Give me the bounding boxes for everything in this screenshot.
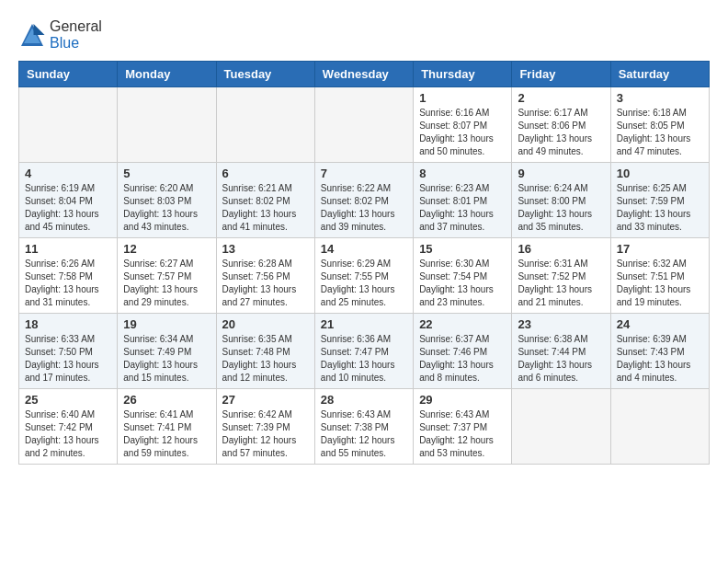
calendar-cell: 18Sunrise: 6:33 AM Sunset: 7:50 PM Dayli…	[19, 314, 118, 389]
day-info: Sunrise: 6:33 AM Sunset: 7:50 PM Dayligh…	[25, 333, 111, 385]
calendar-cell: 12Sunrise: 6:27 AM Sunset: 7:57 PM Dayli…	[118, 238, 216, 314]
calendar-cell: 6Sunrise: 6:21 AM Sunset: 8:02 PM Daylig…	[216, 163, 314, 238]
day-number: 21	[321, 317, 407, 331]
day-info: Sunrise: 6:41 AM Sunset: 7:41 PM Dayligh…	[123, 408, 210, 460]
day-info: Sunrise: 6:35 AM Sunset: 7:48 PM Dayligh…	[222, 333, 309, 385]
calendar-cell: 11Sunrise: 6:26 AM Sunset: 7:58 PM Dayli…	[19, 238, 118, 314]
day-info: Sunrise: 6:22 AM Sunset: 8:02 PM Dayligh…	[321, 182, 407, 234]
day-number: 27	[222, 393, 309, 407]
calendar-cell: 4Sunrise: 6:19 AM Sunset: 8:04 PM Daylig…	[19, 163, 118, 238]
calendar-cell: 21Sunrise: 6:36 AM Sunset: 7:47 PM Dayli…	[314, 314, 413, 389]
logo: General Blue	[18, 18, 102, 52]
calendar-header-row: SundayMondayTuesdayWednesdayThursdayFrid…	[19, 62, 710, 87]
calendar-cell: 22Sunrise: 6:37 AM Sunset: 7:46 PM Dayli…	[414, 314, 512, 389]
calendar-cell	[118, 87, 216, 163]
week-row-2: 4Sunrise: 6:19 AM Sunset: 8:04 PM Daylig…	[19, 163, 710, 238]
calendar-cell: 26Sunrise: 6:41 AM Sunset: 7:41 PM Dayli…	[118, 389, 216, 465]
day-number: 24	[617, 317, 703, 331]
calendar-cell: 29Sunrise: 6:43 AM Sunset: 7:37 PM Dayli…	[414, 389, 512, 465]
day-info: Sunrise: 6:19 AM Sunset: 8:04 PM Dayligh…	[25, 182, 111, 234]
day-info: Sunrise: 6:42 AM Sunset: 7:39 PM Dayligh…	[222, 408, 309, 460]
day-number: 4	[25, 167, 111, 180]
day-info: Sunrise: 6:28 AM Sunset: 7:56 PM Dayligh…	[222, 258, 309, 309]
col-header-friday: Friday	[512, 62, 610, 87]
day-number: 12	[123, 242, 210, 256]
calendar-cell: 14Sunrise: 6:29 AM Sunset: 7:55 PM Dayli…	[314, 238, 413, 314]
day-info: Sunrise: 6:40 AM Sunset: 7:42 PM Dayligh…	[25, 408, 111, 460]
logo-general-text: General	[50, 18, 102, 34]
day-info: Sunrise: 6:32 AM Sunset: 7:51 PM Dayligh…	[617, 258, 703, 309]
day-number: 22	[419, 317, 506, 331]
week-row-4: 18Sunrise: 6:33 AM Sunset: 7:50 PM Dayli…	[19, 314, 710, 389]
week-row-1: 1Sunrise: 6:16 AM Sunset: 8:07 PM Daylig…	[19, 87, 710, 163]
day-number: 29	[419, 393, 506, 407]
day-number: 9	[518, 167, 604, 180]
calendar-cell: 7Sunrise: 6:22 AM Sunset: 8:02 PM Daylig…	[314, 163, 413, 238]
calendar-cell: 8Sunrise: 6:23 AM Sunset: 8:01 PM Daylig…	[414, 163, 512, 238]
day-info: Sunrise: 6:43 AM Sunset: 7:38 PM Dayligh…	[321, 408, 407, 460]
day-number: 5	[123, 167, 210, 180]
day-number: 8	[419, 167, 506, 180]
day-number: 6	[222, 167, 309, 180]
calendar-cell: 28Sunrise: 6:43 AM Sunset: 7:38 PM Dayli…	[314, 389, 413, 465]
calendar-cell: 9Sunrise: 6:24 AM Sunset: 8:00 PM Daylig…	[512, 163, 610, 238]
day-number: 17	[617, 242, 703, 256]
day-number: 15	[419, 242, 506, 256]
day-number: 16	[518, 242, 604, 256]
day-info: Sunrise: 6:39 AM Sunset: 7:43 PM Dayligh…	[617, 333, 703, 385]
col-header-thursday: Thursday	[414, 62, 512, 87]
day-info: Sunrise: 6:43 AM Sunset: 7:37 PM Dayligh…	[419, 408, 506, 460]
col-header-monday: Monday	[118, 62, 216, 87]
calendar-cell: 15Sunrise: 6:30 AM Sunset: 7:54 PM Dayli…	[414, 238, 512, 314]
day-number: 14	[321, 242, 407, 256]
day-number: 26	[123, 393, 210, 407]
calendar-cell: 5Sunrise: 6:20 AM Sunset: 8:03 PM Daylig…	[118, 163, 216, 238]
calendar-cell	[216, 87, 314, 163]
calendar-cell: 2Sunrise: 6:17 AM Sunset: 8:06 PM Daylig…	[512, 87, 610, 163]
day-info: Sunrise: 6:29 AM Sunset: 7:55 PM Dayligh…	[321, 258, 407, 309]
day-number: 28	[321, 393, 407, 407]
calendar-cell: 10Sunrise: 6:25 AM Sunset: 7:59 PM Dayli…	[610, 163, 709, 238]
day-info: Sunrise: 6:31 AM Sunset: 7:52 PM Dayligh…	[518, 258, 604, 309]
logo-blue-text: Blue	[50, 35, 79, 51]
day-info: Sunrise: 6:17 AM Sunset: 8:06 PM Dayligh…	[518, 107, 604, 158]
calendar-cell: 3Sunrise: 6:18 AM Sunset: 8:05 PM Daylig…	[610, 87, 709, 163]
calendar-cell: 25Sunrise: 6:40 AM Sunset: 7:42 PM Dayli…	[19, 389, 118, 465]
day-info: Sunrise: 6:30 AM Sunset: 7:54 PM Dayligh…	[419, 258, 506, 309]
day-number: 18	[25, 317, 111, 331]
calendar-cell	[512, 389, 610, 465]
day-info: Sunrise: 6:16 AM Sunset: 8:07 PM Dayligh…	[419, 107, 506, 158]
week-row-5: 25Sunrise: 6:40 AM Sunset: 7:42 PM Dayli…	[19, 389, 710, 465]
day-number: 13	[222, 242, 309, 256]
day-info: Sunrise: 6:27 AM Sunset: 7:57 PM Dayligh…	[123, 258, 210, 309]
day-info: Sunrise: 6:38 AM Sunset: 7:44 PM Dayligh…	[518, 333, 604, 385]
day-info: Sunrise: 6:24 AM Sunset: 8:00 PM Dayligh…	[518, 182, 604, 234]
calendar-cell: 27Sunrise: 6:42 AM Sunset: 7:39 PM Dayli…	[216, 389, 314, 465]
day-info: Sunrise: 6:37 AM Sunset: 7:46 PM Dayligh…	[419, 333, 506, 385]
day-number: 1	[419, 91, 506, 105]
calendar-cell	[314, 87, 413, 163]
calendar-cell: 13Sunrise: 6:28 AM Sunset: 7:56 PM Dayli…	[216, 238, 314, 314]
day-number: 23	[518, 317, 604, 331]
day-info: Sunrise: 6:26 AM Sunset: 7:58 PM Dayligh…	[25, 258, 111, 309]
col-header-tuesday: Tuesday	[216, 62, 314, 87]
col-header-wednesday: Wednesday	[314, 62, 413, 87]
page-header: General Blue	[18, 18, 710, 52]
day-info: Sunrise: 6:18 AM Sunset: 8:05 PM Dayligh…	[617, 107, 703, 158]
day-number: 10	[617, 167, 703, 180]
calendar-cell: 20Sunrise: 6:35 AM Sunset: 7:48 PM Dayli…	[216, 314, 314, 389]
calendar-cell: 16Sunrise: 6:31 AM Sunset: 7:52 PM Dayli…	[512, 238, 610, 314]
calendar-cell: 24Sunrise: 6:39 AM Sunset: 7:43 PM Dayli…	[610, 314, 709, 389]
calendar-cell: 19Sunrise: 6:34 AM Sunset: 7:49 PM Dayli…	[118, 314, 216, 389]
day-info: Sunrise: 6:34 AM Sunset: 7:49 PM Dayligh…	[123, 333, 210, 385]
calendar-cell	[610, 389, 709, 465]
day-number: 20	[222, 317, 309, 331]
logo-icon	[18, 21, 46, 49]
col-header-sunday: Sunday	[19, 62, 118, 87]
svg-marker-2	[34, 24, 45, 35]
day-number: 3	[617, 91, 703, 105]
calendar-cell	[19, 87, 118, 163]
day-info: Sunrise: 6:21 AM Sunset: 8:02 PM Dayligh…	[222, 182, 309, 234]
day-number: 11	[25, 242, 111, 256]
day-number: 7	[321, 167, 407, 180]
